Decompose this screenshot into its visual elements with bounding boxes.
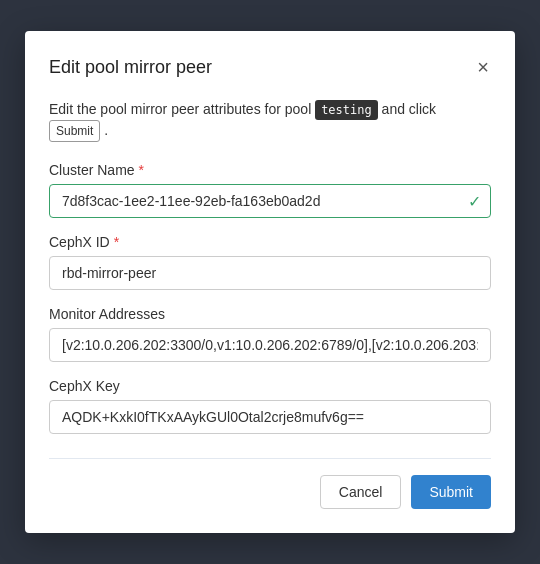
- cephx-key-input[interactable]: [49, 400, 491, 434]
- cephx-id-label: CephX ID *: [49, 234, 491, 250]
- monitor-addresses-group: Monitor Addresses: [49, 306, 491, 362]
- submit-ref-badge: Submit: [49, 120, 100, 142]
- monitor-addresses-label: Monitor Addresses: [49, 306, 491, 322]
- description-suffix: .: [104, 122, 108, 138]
- close-button[interactable]: ×: [475, 55, 491, 79]
- cluster-name-input-wrapper: ✓: [49, 184, 491, 218]
- cephx-id-group: CephX ID *: [49, 234, 491, 290]
- description-middle: and click: [382, 101, 436, 117]
- cephx-id-required: *: [114, 234, 119, 250]
- modal-dialog: Edit pool mirror peer × Edit the pool mi…: [25, 31, 515, 533]
- cancel-button[interactable]: Cancel: [320, 475, 402, 509]
- cluster-name-required: *: [139, 162, 144, 178]
- cluster-name-group: Cluster Name * ✓: [49, 162, 491, 218]
- pool-badge: testing: [315, 100, 378, 120]
- monitor-addresses-input[interactable]: [49, 328, 491, 362]
- description-prefix: Edit the pool mirror peer attributes for…: [49, 101, 311, 117]
- cephx-key-label: CephX Key: [49, 378, 491, 394]
- cluster-name-label: Cluster Name *: [49, 162, 491, 178]
- submit-button[interactable]: Submit: [411, 475, 491, 509]
- cluster-name-input[interactable]: [49, 184, 491, 218]
- cephx-id-input[interactable]: [49, 256, 491, 290]
- cephx-key-group: CephX Key: [49, 378, 491, 434]
- modal-title: Edit pool mirror peer: [49, 57, 212, 78]
- modal-header: Edit pool mirror peer ×: [49, 55, 491, 79]
- modal-footer: Cancel Submit: [49, 458, 491, 509]
- description-text: Edit the pool mirror peer attributes for…: [49, 99, 491, 142]
